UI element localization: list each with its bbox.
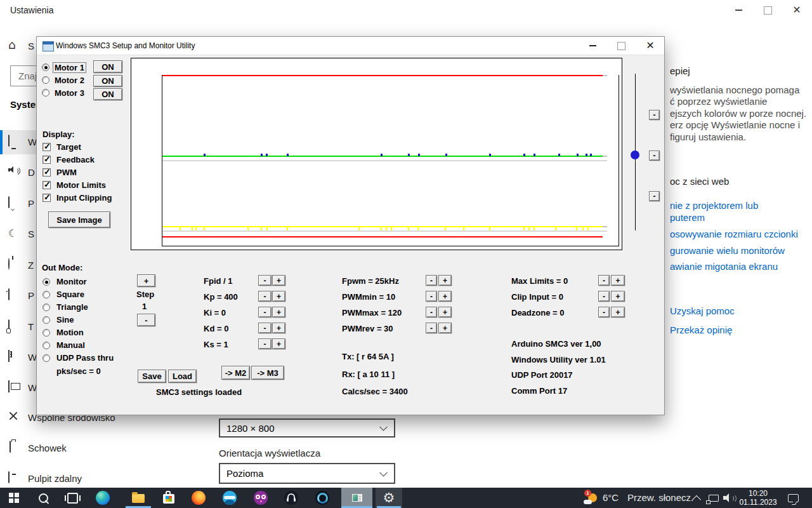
taskbar-headset-app-button[interactable] bbox=[277, 488, 305, 508]
motor3-on-button[interactable]: ON bbox=[93, 88, 122, 100]
target-checkbox-label[interactable]: Target bbox=[56, 142, 81, 152]
chart-scale-slider-thumb[interactable] bbox=[631, 150, 639, 159]
smc3-close-button[interactable]: ✕ bbox=[641, 39, 660, 52]
sidebar-item-tablet[interactable]: T bbox=[28, 321, 34, 332]
taskbar-firefox-button[interactable] bbox=[185, 488, 213, 508]
out-mode-square-radio[interactable] bbox=[43, 291, 50, 298]
kp-minus-button[interactable]: - bbox=[258, 291, 272, 302]
step-plus-button[interactable]: + bbox=[137, 274, 155, 287]
sidebar-item-home[interactable]: S bbox=[28, 41, 34, 51]
save-button[interactable]: Save bbox=[138, 370, 166, 383]
clip-input-minus-button[interactable]: - bbox=[598, 291, 610, 302]
network-tray-button[interactable] bbox=[705, 488, 722, 508]
pwmmax-minus-button[interactable]: - bbox=[426, 307, 437, 318]
out-mode-monitor-radio[interactable] bbox=[43, 278, 50, 286]
tray-expand-button[interactable] bbox=[689, 488, 704, 508]
max-limits-minus-button[interactable]: - bbox=[598, 275, 610, 286]
motor2-radio[interactable] bbox=[42, 76, 49, 84]
pwm-checkbox[interactable] bbox=[43, 168, 51, 177]
target-checkbox[interactable] bbox=[43, 143, 51, 151]
orientation-dropdown[interactable]: Pozioma bbox=[219, 463, 395, 484]
motor-limits-checkbox-label[interactable]: Motor Limits bbox=[56, 180, 106, 190]
ks-plus-button[interactable]: + bbox=[272, 338, 285, 349]
deadzone-minus-button[interactable]: - bbox=[598, 307, 610, 318]
taskbar-file-explorer-button[interactable] bbox=[124, 488, 152, 508]
settings-maximize-button[interactable] bbox=[753, 0, 782, 20]
scale-minus-button-1[interactable]: - bbox=[649, 110, 660, 120]
taskbar-blue-app-button[interactable] bbox=[216, 488, 244, 508]
motor-limits-checkbox[interactable] bbox=[43, 181, 51, 189]
motor1-label[interactable]: Motor 1 bbox=[53, 63, 86, 72]
taskbar-smc3-button-active[interactable] bbox=[341, 488, 372, 508]
out-mode-motion-radio[interactable] bbox=[43, 329, 50, 337]
scale-minus-button-2[interactable]: - bbox=[649, 150, 660, 161]
taskbar-purple-app-button[interactable] bbox=[247, 488, 275, 508]
pwmmin-plus-button[interactable]: + bbox=[438, 291, 452, 302]
save-image-button[interactable]: Save Image bbox=[48, 211, 110, 228]
sidebar-item-power[interactable]: Z bbox=[28, 260, 34, 271]
kd-plus-button[interactable]: + bbox=[272, 323, 285, 333]
ks-minus-button[interactable]: - bbox=[258, 338, 272, 349]
fpwm-minus-button[interactable]: - bbox=[426, 275, 437, 286]
load-button[interactable]: Load bbox=[168, 370, 197, 383]
settings-close-button[interactable]: ✕ bbox=[782, 0, 811, 20]
motor2-label[interactable]: Motor 2 bbox=[55, 76, 84, 85]
smc3-titlebar[interactable]: Windows SMC3 Setup and Monitor Utility ✕ bbox=[37, 37, 664, 55]
weather-condition[interactable]: Przew. słonecz. bbox=[627, 492, 693, 503]
motor1-on-button[interactable]: ON bbox=[93, 60, 122, 73]
out-mode-sine-radio[interactable] bbox=[43, 316, 50, 324]
clip-input-plus-button[interactable]: + bbox=[611, 291, 625, 302]
ki-plus-button[interactable]: + bbox=[272, 307, 285, 318]
feedback-checkbox-label[interactable]: Feedback bbox=[56, 155, 95, 164]
clock[interactable]: 10:20 01.11.2023 bbox=[738, 489, 778, 507]
volume-tray-button[interactable] bbox=[721, 488, 738, 508]
taskbar-store-button[interactable] bbox=[155, 488, 183, 508]
out-mode-sine-label[interactable]: Sine bbox=[56, 315, 74, 324]
start-button[interactable] bbox=[0, 488, 28, 508]
fpid-minus-button[interactable]: - bbox=[258, 275, 272, 286]
ki-minus-button[interactable]: - bbox=[258, 307, 272, 318]
fpwm-plus-button[interactable]: + bbox=[438, 275, 452, 286]
kd-minus-button[interactable]: - bbox=[258, 323, 272, 333]
taskbar-settings-button[interactable]: ⚙ bbox=[376, 488, 402, 508]
smc3-maximize-button[interactable] bbox=[612, 39, 631, 52]
help-link[interactable]: osowywanie rozmiaru czcionki bbox=[670, 229, 798, 239]
out-mode-square-label[interactable]: Square bbox=[56, 290, 84, 299]
pwmrev-plus-button[interactable]: + bbox=[438, 323, 452, 333]
taskbar-edge-button[interactable] bbox=[89, 488, 117, 508]
sidebar-item-remote-desktop[interactable]: Pulpit zdalny bbox=[28, 473, 82, 484]
out-mode-manual-radio[interactable] bbox=[43, 342, 50, 349]
out-mode-udp-label[interactable]: UDP Pass thru bbox=[56, 353, 114, 363]
settings-minimize-button[interactable] bbox=[724, 0, 753, 20]
copy-to-m2-button[interactable]: -> M2 bbox=[221, 366, 250, 380]
out-mode-triangle-label[interactable]: Triangle bbox=[56, 302, 88, 312]
sidebar-item-storage[interactable]: P bbox=[28, 290, 34, 301]
task-view-button[interactable] bbox=[58, 488, 86, 508]
kp-plus-button[interactable]: + bbox=[272, 291, 285, 302]
pwmmax-plus-button[interactable]: + bbox=[438, 307, 452, 318]
smc3-minimize-button[interactable] bbox=[583, 39, 602, 52]
action-center-button[interactable] bbox=[782, 488, 804, 508]
help-link[interactable]: gurowanie wielu monitorów bbox=[670, 245, 785, 256]
out-mode-triangle-radio[interactable] bbox=[43, 304, 50, 311]
out-mode-monitor-label[interactable]: Monitor bbox=[56, 277, 87, 286]
pwm-checkbox-label[interactable]: PWM bbox=[56, 168, 77, 177]
scale-minus-button-3[interactable]: - bbox=[649, 191, 660, 201]
deadzone-plus-button[interactable]: + bbox=[611, 307, 625, 318]
motor1-radio[interactable] bbox=[42, 64, 49, 71]
weather-widget[interactable]: 1 bbox=[579, 488, 601, 508]
help-link[interactable]: puterem bbox=[670, 212, 705, 223]
help-link[interactable]: awianie migotania ekranu bbox=[670, 261, 778, 272]
out-mode-udp-radio[interactable] bbox=[43, 354, 50, 362]
weather-temp[interactable]: 6°C bbox=[603, 492, 619, 503]
out-mode-motion-label[interactable]: Motion bbox=[56, 328, 84, 337]
sidebar-item-clipboard[interactable]: Schowek bbox=[28, 443, 67, 453]
sidebar-item-notifications[interactable]: P bbox=[28, 198, 34, 209]
feedback-link[interactable]: Przekaż opinię bbox=[670, 324, 732, 335]
help-link[interactable]: nie z projektorem lub bbox=[670, 200, 758, 211]
fpid-plus-button[interactable]: + bbox=[272, 275, 285, 286]
copy-to-m3-button[interactable]: -> M3 bbox=[251, 366, 284, 380]
input-clipping-checkbox[interactable] bbox=[43, 194, 51, 202]
max-limits-plus-button[interactable]: + bbox=[611, 275, 625, 286]
feedback-checkbox[interactable] bbox=[43, 156, 51, 164]
